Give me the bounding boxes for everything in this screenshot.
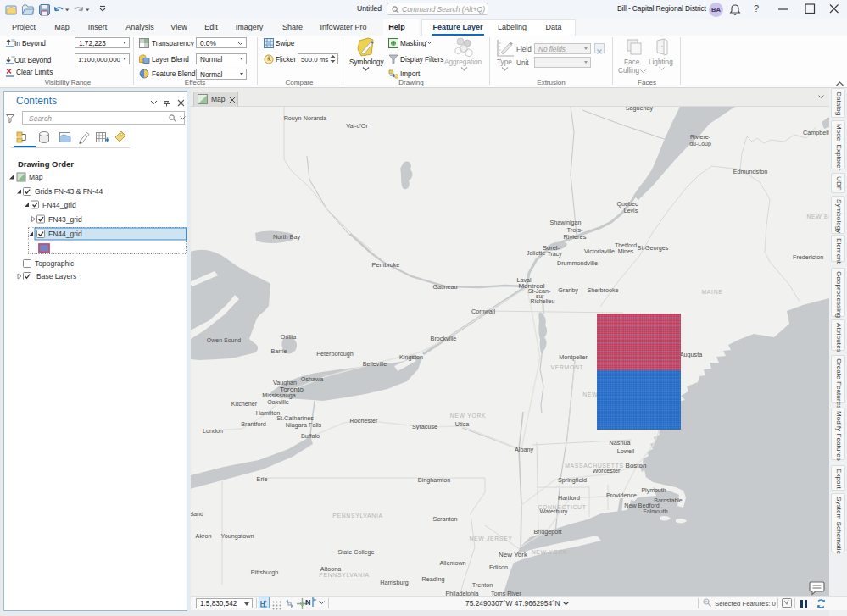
svg-text:Levis: Levis — [624, 208, 638, 214]
svg-text:Toms River: Toms River — [491, 590, 522, 596]
svg-text:Shawinigan: Shawinigan — [549, 219, 581, 226]
svg-text:NEW JERSEY: NEW JERSEY — [469, 536, 512, 541]
svg-text:Augusta: Augusta — [680, 351, 702, 358]
svg-text:Lowell: Lowell — [617, 447, 635, 455]
svg-text:Syracuse: Syracuse — [412, 423, 437, 430]
svg-text:Binghamton: Binghamton — [418, 476, 450, 484]
svg-text:Gatineau: Gatineau — [432, 283, 457, 291]
svg-text:Rouyn-Noranda: Rouyn-Noranda — [284, 114, 327, 122]
svg-text:Reading: Reading — [422, 575, 445, 583]
svg-text:Granby: Granby — [558, 286, 578, 294]
svg-text:Worcester: Worcester — [593, 467, 621, 474]
svg-text:Youngstown: Youngstown — [221, 532, 254, 540]
svg-text:Springfield: Springfield — [558, 476, 587, 484]
svg-text:Erie: Erie — [257, 475, 268, 483]
svg-text:State College: State College — [337, 548, 374, 556]
svg-text:Waterbury: Waterbury — [540, 508, 568, 515]
svg-text:Niagara Falls: Niagara Falls — [286, 421, 322, 429]
svg-text:Harrisburg: Harrisburg — [380, 579, 409, 586]
svg-text:London: London — [203, 427, 223, 435]
svg-text:Joliette: Joliette — [527, 250, 545, 256]
svg-text:NEW YORK: NEW YORK — [532, 549, 568, 555]
svg-text:Richelieu: Richelieu — [531, 298, 555, 304]
svg-text:Brockville: Brockville — [431, 335, 457, 342]
svg-text:Altoona: Altoona — [320, 565, 341, 573]
svg-text:Barrie: Barrie — [270, 347, 287, 355]
svg-text:Kingston: Kingston — [399, 353, 423, 361]
svg-text:Belleville: Belleville — [363, 360, 387, 368]
svg-text:Owen Sound: Owen Sound — [207, 337, 242, 343]
svg-text:Topographic: Topographic — [35, 259, 75, 268]
svg-text:Boston: Boston — [626, 462, 647, 469]
svg-text:Peterborough: Peterborough — [316, 350, 354, 358]
svg-text:Quebec: Quebec — [616, 200, 638, 208]
svg-text:Oshawa: Oshawa — [301, 375, 323, 383]
svg-text:Nashua: Nashua — [610, 439, 631, 447]
svg-text:du-Loup: du-Loup — [689, 141, 711, 147]
svg-text:PENNSYLVANIA: PENNSYLVANIA — [332, 513, 383, 519]
svg-text:Rivieres: Rivieres — [563, 233, 586, 241]
svg-text:Buffalo: Buffalo — [301, 432, 320, 440]
svg-text:Montpelier: Montpelier — [559, 353, 588, 361]
svg-text:Pittsburgh: Pittsburgh — [251, 569, 278, 576]
svg-text:Thetford: Thetford — [615, 242, 637, 248]
svg-text:Bridgeport: Bridgeport — [533, 528, 561, 536]
svg-text:Map: Map — [29, 173, 43, 181]
svg-text:Brantford: Brantford — [241, 420, 266, 428]
svg-text:FN43_grid: FN43_grid — [48, 215, 82, 224]
svg-text:Pembroke: Pembroke — [372, 261, 400, 269]
svg-text:Falmouth: Falmouth — [643, 508, 667, 514]
svg-text:Fredericton: Fredericton — [793, 253, 823, 261]
svg-text:St-Georges: St-Georges — [638, 244, 669, 252]
svg-text:Victoriaville: Victoriaville — [584, 247, 615, 255]
svg-text:Hartford: Hartford — [558, 494, 580, 502]
svg-text:Oakville: Oakville — [267, 398, 289, 406]
svg-text:Saguenay: Saguenay — [626, 107, 654, 112]
svg-text:Providence: Providence — [606, 491, 637, 499]
svg-text:Campbellton: Campbellton — [803, 129, 829, 136]
svg-text:Rochester: Rochester — [350, 417, 378, 425]
svg-text:North Bay: North Bay — [273, 233, 300, 241]
svg-text:NEW YORK: NEW YORK — [450, 413, 487, 419]
svg-text:Grids FN-43 & FN-44: Grids FN-43 & FN-44 — [35, 187, 103, 196]
svg-text:FN44_grid: FN44_grid — [48, 230, 82, 238]
svg-text:Val-d'Or: Val-d'Or — [346, 122, 368, 130]
svg-text:Scranton: Scranton — [433, 515, 458, 523]
svg-text:Drummondville: Drummondville — [557, 259, 598, 267]
svg-text:Mines: Mines — [618, 248, 634, 254]
svg-text:FN44_grid: FN44_grid — [42, 201, 76, 209]
svg-text:Philadelphia: Philadelphia — [445, 590, 478, 596]
svg-text:New York: New York — [499, 551, 528, 558]
svg-text:Riviere-: Riviere- — [690, 134, 711, 140]
svg-text:Base Layers: Base Layers — [36, 272, 76, 280]
svg-text:Cleveland: Cleveland — [191, 510, 203, 518]
svg-text:Akron: Akron — [196, 532, 212, 540]
svg-text:Edison: Edison — [489, 563, 508, 571]
svg-text:Cornwall: Cornwall — [471, 308, 495, 315]
svg-text:Utica: Utica — [455, 420, 469, 428]
svg-text:Orillia: Orillia — [281, 333, 296, 341]
svg-text:Plymouth: Plymouth — [641, 487, 666, 494]
svg-text:PENNSYLVANIA: PENNSYLVANIA — [319, 572, 370, 578]
svg-text:VERMONT: VERMONT — [551, 364, 584, 370]
svg-text:Sherbrooke: Sherbrooke — [587, 286, 618, 294]
svg-text:Kitchener: Kitchener — [231, 400, 258, 408]
svg-text:MAINE: MAINE — [701, 289, 722, 295]
svg-text:Albany: Albany — [515, 446, 533, 453]
svg-text:Tracy: Tracy — [547, 251, 562, 258]
svg-text:Edmundston: Edmundston — [733, 168, 767, 175]
svg-text:Allentown: Allentown — [439, 559, 465, 567]
svg-text:NEW BRU: NEW BRU — [807, 214, 830, 219]
svg-text:Trenton: Trenton — [472, 581, 493, 589]
